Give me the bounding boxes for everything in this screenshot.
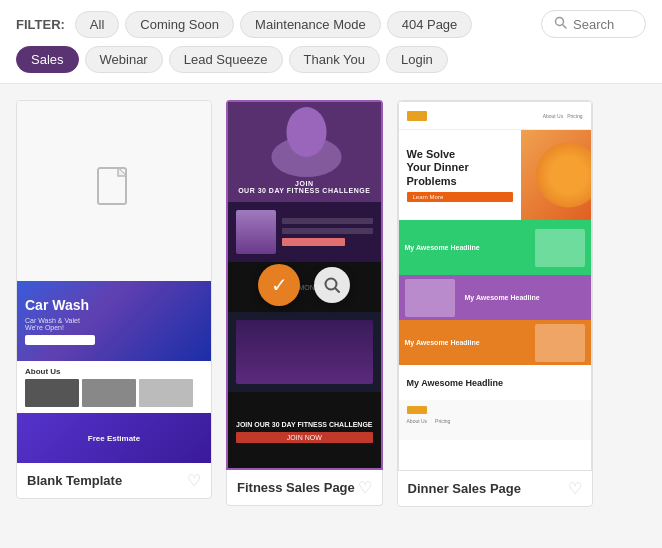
filter-btn-all[interactable]: All — [75, 11, 119, 38]
mini-img-2 — [82, 379, 136, 407]
fitness-sub-section — [228, 202, 381, 262]
card-dinner-footer: Dinner Sales Page ♡ — [398, 471, 592, 506]
fitness-footer-section: JOIN OUR 30 DAY FITNESS CHALLENGE JOIN N… — [228, 392, 381, 470]
dinner-green-img — [535, 229, 585, 267]
dinner-logo — [407, 111, 427, 121]
filter-btn-thank-you[interactable]: Thank You — [289, 46, 380, 73]
mini-purple-text: Free Estimate — [88, 434, 140, 443]
dinner-cta-btn: Learn More — [407, 192, 513, 202]
svg-line-1 — [563, 25, 567, 29]
dinner-footer-links: About Us Pricing — [407, 418, 583, 424]
fitness-footer-cta: JOIN OUR 30 DAY FITNESS CHALLENGE JOIN N… — [236, 421, 373, 443]
check-icon[interactable]: ✓ — [258, 264, 300, 306]
fitness-thumbnail: JOINOUR 30 DAY FITNESS CHALLENGE TESTIMO… — [226, 100, 383, 470]
dinner-section-orange: My Awesome Headline — [399, 320, 591, 365]
card-blank-title: Blank Template — [27, 473, 122, 488]
mini-about-imgs — [25, 379, 203, 407]
filter-row-1: FILTER: All Coming Soon Maintenance Mode… — [16, 10, 646, 38]
card-dinner-heart-icon[interactable]: ♡ — [568, 479, 582, 498]
card-fitness[interactable]: JOINOUR 30 DAY FITNESS CHALLENGE TESTIMO… — [226, 100, 383, 506]
fitness-form-line-2 — [282, 228, 373, 234]
dinner-header: About Us Pricing — [399, 102, 591, 130]
fitness-headline: JOINOUR 30 DAY FITNESS CHALLENGE — [236, 180, 373, 194]
dinner-section-purple: My Awesome Headline — [399, 275, 591, 320]
dinner-hero-title: We SolveYour DinnerProblems — [407, 148, 513, 188]
preview-icon[interactable] — [314, 267, 350, 303]
card-fitness-footer: Fitness Sales Page ♡ — [226, 470, 383, 506]
filter-btn-login[interactable]: Login — [386, 46, 448, 73]
dinner-purple-img — [405, 279, 455, 317]
fitness-body-section — [228, 312, 381, 392]
dinner-hero: We SolveYour DinnerProblems Learn More — [399, 130, 591, 220]
filter-btn-404[interactable]: 404 Page — [387, 11, 473, 38]
dinner-footer-link-2: Pricing — [435, 418, 450, 424]
mini-card-blue: Car Wash Car Wash & ValetWe're Open! — [17, 281, 211, 361]
filter-label: FILTER: — [16, 17, 65, 32]
card-dinner[interactable]: About Us Pricing We SolveYour DinnerProb… — [397, 100, 593, 507]
mini-card-about: About Us — [17, 361, 211, 413]
dinner-section-green: My Awesome Headline — [399, 220, 591, 275]
mini-card-stack: Car Wash Car Wash & ValetWe're Open! Abo… — [17, 281, 211, 463]
dinner-purple-text: My Awesome Headline — [465, 294, 585, 301]
card-blank-thumbnail — [17, 101, 211, 281]
dinner-nav-item-1: About Us — [543, 113, 564, 119]
fitness-footer-btn: JOIN NOW — [236, 432, 373, 443]
fitness-person2-img — [236, 210, 276, 254]
dinner-thumbnail: About Us Pricing We SolveYour DinnerProb… — [398, 101, 592, 471]
search-input[interactable] — [573, 17, 633, 32]
dinner-footer-link-1: About Us — [407, 418, 428, 424]
card-fitness-heart-icon[interactable]: ♡ — [358, 478, 372, 497]
dinner-nav-item-2: Pricing — [567, 113, 582, 119]
card-blank-heart-icon[interactable]: ♡ — [187, 471, 201, 490]
dinner-hero-text: We SolveYour DinnerProblems Learn More — [399, 130, 521, 220]
svg-line-4 — [335, 288, 339, 292]
filter-section: FILTER: All Coming Soon Maintenance Mode… — [0, 0, 662, 84]
dinner-hero-img — [521, 130, 591, 220]
dinner-bottom-headline: My Awesome Headline — [407, 378, 504, 388]
fitness-footer-text: JOIN OUR 30 DAY FITNESS CHALLENGE — [236, 421, 373, 428]
dinner-orange-text: My Awesome Headline — [405, 339, 529, 346]
card-fitness-title: Fitness Sales Page — [237, 480, 355, 495]
overlay-icons: ✓ — [258, 264, 350, 306]
filter-btn-maintenance[interactable]: Maintenance Mode — [240, 11, 381, 38]
search-icon — [554, 16, 567, 32]
fitness-hero-section: JOINOUR 30 DAY FITNESS CHALLENGE — [228, 102, 381, 202]
fitness-form-btn — [282, 238, 345, 246]
mini-img-1 — [25, 379, 79, 407]
card-blank-footer: Blank Template ♡ — [17, 463, 211, 498]
page-wrapper: FILTER: All Coming Soon Maintenance Mode… — [0, 0, 662, 548]
dinner-nav: About Us Pricing — [543, 113, 583, 119]
mini-img-3 — [139, 379, 193, 407]
car-wash-sub: Car Wash & ValetWe're Open! — [25, 317, 203, 331]
filter-btn-lead-squeeze[interactable]: Lead Squeeze — [169, 46, 283, 73]
mini-card-purple: Free Estimate — [17, 413, 211, 463]
dinner-plate-img — [536, 143, 591, 208]
fitness-body-img — [236, 320, 373, 384]
card-dinner-title: Dinner Sales Page — [408, 481, 521, 496]
dinner-green-text: My Awesome Headline — [405, 244, 529, 251]
fitness-hero-text: JOINOUR 30 DAY FITNESS CHALLENGE — [236, 180, 373, 194]
mini-about-title: About Us — [25, 367, 203, 376]
dinner-footer-section: About Us Pricing — [399, 400, 591, 440]
car-wash-title: Car Wash — [25, 297, 203, 314]
filter-row-2: Sales Webinar Lead Squeeze Thank You Log… — [16, 46, 646, 73]
search-box — [541, 10, 646, 38]
filter-btn-sales[interactable]: Sales — [16, 46, 79, 73]
car-wash-cta — [25, 335, 95, 345]
main-content: Car Wash Car Wash & ValetWe're Open! Abo… — [0, 84, 662, 523]
filter-btn-webinar[interactable]: Webinar — [85, 46, 163, 73]
dinner-footer-logo — [407, 406, 427, 414]
dinner-headline-section: My Awesome Headline — [399, 365, 591, 400]
filter-btn-coming-soon[interactable]: Coming Soon — [125, 11, 234, 38]
card-blank[interactable]: Car Wash Car Wash & ValetWe're Open! Abo… — [16, 100, 212, 499]
blank-template-icon — [94, 166, 134, 216]
fitness-form-line-1 — [282, 218, 373, 224]
fitness-form-area — [282, 218, 373, 246]
dinner-orange-img — [535, 324, 585, 362]
